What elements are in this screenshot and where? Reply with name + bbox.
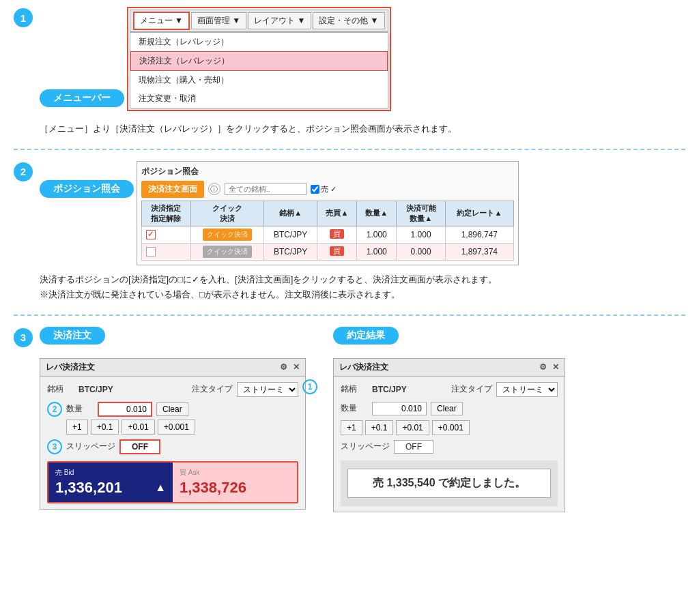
section2-title: ポジション照会 bbox=[40, 180, 134, 198]
gear-icon[interactable]: ⚙ bbox=[280, 362, 287, 372]
section3: 3 決済注文 レバ決済注文 ⚙ ✕ bbox=[14, 327, 685, 512]
order-panel-header-icons: ⚙ ✕ bbox=[280, 362, 300, 372]
info-icon: ⓘ bbox=[208, 183, 220, 195]
sell-label: 売 ✓ bbox=[321, 184, 337, 194]
ask-side-left[interactable]: 買 Ask 1,338,726 bbox=[173, 463, 297, 502]
cell-avail-1: 1.000 bbox=[397, 226, 446, 243]
position-table: 決済指定指定解除 クイック決済 銘柄▲ 売買▲ 数量▲ 決済可能数量▲ 約定レー… bbox=[141, 201, 514, 261]
slippage-label-left: スリッページ bbox=[66, 441, 115, 452]
cell-checkbox-1: ✓ bbox=[141, 226, 190, 243]
bid-ask-area-left: 売 Bid 1,336,201 ▲ 買 Ask 1,338,726 bbox=[47, 461, 298, 503]
col-settle-designate: 決済指定指定解除 bbox=[141, 201, 190, 226]
menubar-area: メニュー ▼ 画面管理 ▼ レイアウト ▼ 設定・その他 ▼ 新規注文（レバレッ… bbox=[127, 7, 391, 111]
dropdown-item-3[interactable]: 現物注文（購入・売却） bbox=[130, 71, 388, 89]
col-side: 売買▲ bbox=[317, 201, 357, 226]
cell-qty-2: 1.000 bbox=[357, 243, 397, 260]
order-type-select-right[interactable]: ストリーミング bbox=[496, 382, 558, 397]
symbol-search[interactable] bbox=[225, 183, 306, 195]
cell-quick-1: クイック決済 bbox=[190, 226, 263, 243]
section3-title-left: 決済注文 bbox=[40, 327, 105, 344]
settled-text: 売 1,335,540 で約定しました。 bbox=[347, 469, 551, 498]
sell-checkbox-label: 売 ✓ bbox=[311, 184, 337, 194]
circle-3-left: 3 bbox=[47, 439, 62, 454]
table-row: クイック決済 BTC/JPY 買 1.000 0.000 1,897,374 bbox=[141, 243, 513, 260]
clear-button-right[interactable]: Clear bbox=[431, 402, 463, 415]
order-panel-left: レバ決済注文 ⚙ ✕ 銘柄 BTC/JPY bbox=[40, 358, 306, 510]
order-panel-body-right: 銘柄 BTC/JPY 注文タイプ ストリーミング 数量 bbox=[334, 377, 565, 512]
slippage-value-left[interactable]: OFF bbox=[119, 439, 160, 454]
dropdown-menu: 新規注文（レバレッジ） 決済注文（レバレッジ） 現物注文（購入・売却） 注文変更… bbox=[130, 32, 388, 108]
cell-rate-2: 1,897,374 bbox=[446, 243, 514, 260]
position-checkbox-1[interactable]: ✓ bbox=[146, 230, 156, 239]
order-type-label-right: 注文タイプ bbox=[451, 383, 492, 395]
slippage-label-right: スリッページ bbox=[341, 441, 390, 452]
symbol-value-right: BTC/JPY bbox=[372, 385, 407, 394]
section3-right: 約定結果 レバ決済注文 ⚙ ✕ bbox=[333, 327, 565, 512]
col-qty: 数量▲ bbox=[357, 201, 397, 226]
section2-number: 2 bbox=[14, 162, 33, 181]
symbol-label-right: 銘柄 bbox=[341, 383, 368, 395]
section2-content: ポジション照会 ポジション照会 決済注文画面 ⓘ 売 ✓ 決済指定指定解除 bbox=[40, 161, 685, 302]
step-btn-3-left[interactable]: +0.01 bbox=[122, 420, 154, 435]
clear-button-left[interactable]: Clear bbox=[156, 402, 188, 416]
qty-row-right: 数量 Clear bbox=[341, 402, 558, 415]
slippage-value-right[interactable]: OFF bbox=[394, 440, 433, 454]
step-btn-1-left[interactable]: +1 bbox=[66, 420, 88, 435]
qty-label-left: 数量 bbox=[66, 403, 94, 415]
divider2 bbox=[14, 314, 685, 316]
step-btn-2-right[interactable]: +0.1 bbox=[365, 420, 394, 435]
position-toolbar: 決済注文画面 ⓘ 売 ✓ bbox=[141, 181, 514, 198]
qty-input-right[interactable] bbox=[372, 402, 427, 415]
symbol-order-type-row-right: 銘柄 BTC/JPY 注文タイプ ストリーミング bbox=[341, 382, 558, 397]
layout-button[interactable]: レイアウト ▼ bbox=[248, 12, 311, 29]
step-btn-3-right[interactable]: +0.01 bbox=[396, 420, 429, 435]
section3-number: 3 bbox=[14, 328, 33, 347]
section1-title: メニューバー bbox=[40, 89, 124, 107]
dropdown-item-4[interactable]: 注文変更・取消 bbox=[130, 89, 388, 108]
qty-row-left: 数量 Clear bbox=[66, 402, 298, 417]
position-checkbox-2[interactable] bbox=[146, 247, 156, 256]
close-icon[interactable]: ✕ bbox=[293, 362, 300, 372]
menu-button[interactable]: メニュー ▼ bbox=[133, 12, 190, 30]
step-btn-1-right[interactable]: +1 bbox=[341, 420, 362, 435]
order-type-select-left[interactable]: ストリーミング bbox=[237, 382, 298, 397]
order-panel-title-right: レバ決済注文 bbox=[339, 362, 388, 373]
sell-checkbox[interactable] bbox=[311, 185, 319, 194]
screen-button[interactable]: 画面管理 ▼ bbox=[191, 12, 246, 29]
toolbar: メニュー ▼ 画面管理 ▼ レイアウト ▼ 設定・その他 ▼ bbox=[130, 10, 388, 32]
settle-screen-button[interactable]: 決済注文画面 bbox=[141, 181, 204, 198]
quick-settle-button-2[interactable]: クイック決済 bbox=[203, 246, 252, 258]
cell-rate-1: 1,896,747 bbox=[446, 226, 514, 243]
order-panel-body-left: 銘柄 BTC/JPY 注文タイプ ストリーミング 1 bbox=[40, 377, 305, 509]
order-panel-header-right: レバ決済注文 ⚙ ✕ bbox=[334, 359, 565, 377]
bid-label-left: 売 Bid bbox=[55, 468, 166, 478]
step-btn-4-right[interactable]: +0.001 bbox=[432, 420, 470, 435]
symbol-order-type-row: 銘柄 BTC/JPY 注文タイプ ストリーミング 1 bbox=[47, 382, 298, 397]
section1-description: ［メニュー］より［決済注文（レバレッジ）］をクリックすると、ポジション照会画面が… bbox=[40, 122, 685, 136]
arrow-up-icon-left: ▲ bbox=[155, 482, 166, 494]
position-panel-title: ポジション照会 bbox=[141, 166, 514, 177]
step-buttons-left: +1 +0.1 +0.01 +0.001 bbox=[66, 420, 298, 435]
gear-icon-right[interactable]: ⚙ bbox=[539, 362, 547, 372]
order-type-label-left: 注文タイプ bbox=[192, 383, 233, 395]
settings-button[interactable]: 設定・その他 ▼ bbox=[313, 12, 384, 29]
step-btn-4-left[interactable]: +0.001 bbox=[158, 420, 195, 435]
step-btn-2-left[interactable]: +0.1 bbox=[91, 420, 119, 435]
section2-description: 決済するポジションの[決済指定]の□に✓を入れ、[決済注文画面]をクリックすると… bbox=[40, 272, 685, 302]
buy-badge-2: 買 bbox=[330, 246, 344, 256]
dropdown-item-1[interactable]: 新規注文（レバレッジ） bbox=[130, 33, 388, 51]
close-icon-right[interactable]: ✕ bbox=[552, 362, 559, 372]
desc2-line2: ※決済注文が既に発注されている場合、□が表示されません。注文取消後に表示されます… bbox=[40, 287, 685, 302]
cell-symbol-1: BTC/JPY bbox=[263, 226, 317, 243]
section3-left: 決済注文 レバ決済注文 ⚙ ✕ bbox=[40, 327, 306, 510]
cell-qty-1: 1.000 bbox=[357, 226, 397, 243]
section1-content: メニューバー メニュー ▼ 画面管理 ▼ レイアウト ▼ 設定・その他 ▼ 新規… bbox=[40, 7, 685, 136]
qty-label-right: 数量 bbox=[341, 402, 368, 414]
qty-input-left[interactable] bbox=[98, 402, 152, 417]
desc2-line1: 決済するポジションの[決済指定]の□に✓を入れ、[決済注文画面]をクリックすると… bbox=[40, 272, 685, 287]
dropdown-item-2[interactable]: 決済注文（レバレッジ） bbox=[130, 51, 388, 71]
bid-side-left[interactable]: 売 Bid 1,336,201 ▲ bbox=[48, 463, 173, 502]
table-row: ✓ クイック決済 BTC/JPY 買 1.000 1.000 1,896,747 bbox=[141, 226, 513, 243]
quick-settle-button-1[interactable]: クイック決済 bbox=[203, 229, 252, 241]
section3-title-right: 約定結果 bbox=[333, 327, 399, 344]
